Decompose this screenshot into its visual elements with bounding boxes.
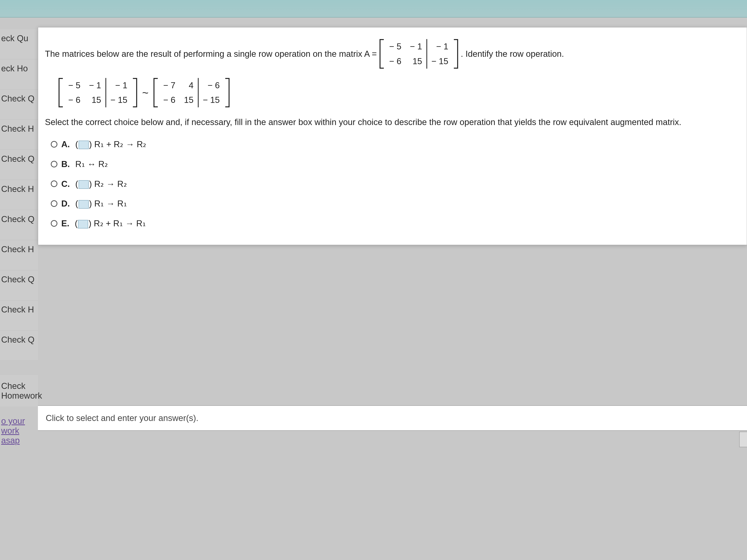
paren: ( <box>75 139 78 149</box>
choice-letter: C. <box>61 178 70 190</box>
choice-text: () R₂ + R₁ → R₁ <box>75 217 146 230</box>
sidebar-item[interactable]: Check Q <box>0 210 38 240</box>
matrix-cell: − 15 <box>198 92 224 107</box>
next-arrow-button[interactable] <box>739 432 747 447</box>
matrix-cell: − 5 <box>385 39 406 54</box>
choice-text: R₁ ↔ R₂ <box>75 158 108 170</box>
matrix-left: − 5 − 1 − 1 − 6 15 − 15 <box>58 78 137 108</box>
paren: ( <box>75 218 78 228</box>
choice-A[interactable]: A. () R₁ + R₂ → R₂ <box>51 138 740 151</box>
top-toolbar <box>0 0 747 18</box>
sidebar-item[interactable]: eck Qu <box>0 29 38 59</box>
sidebar-link[interactable]: o your work asap <box>0 406 38 445</box>
matrix-cell: 15 <box>85 92 106 107</box>
sidebar-item[interactable]: Check Q <box>0 270 38 300</box>
radio-icon[interactable] <box>51 181 57 187</box>
choice-letter: B. <box>61 158 70 170</box>
answer-choices: A. () R₁ + R₂ → R₂ B. R₁ ↔ R₂ C. () R₂ →… <box>51 138 740 230</box>
choice-letter: E. <box>61 217 70 230</box>
sidebar-item[interactable]: Check H <box>0 300 38 330</box>
matrix-cell: − 15 <box>427 54 453 69</box>
matrix-cell: − 1 <box>85 78 106 93</box>
matrix-cell: − 1 <box>406 39 427 54</box>
matrix-cell: − 6 <box>198 78 224 93</box>
choice-text: () R₂ → R₂ <box>75 178 127 190</box>
question-intro-a: The matrices below are the result of per… <box>45 48 377 60</box>
matrix-cell: 15 <box>180 92 198 107</box>
radio-icon[interactable] <box>51 161 57 167</box>
answer-box[interactable] <box>78 220 88 229</box>
sidebar-item[interactable]: Check H <box>0 119 38 150</box>
choice-E[interactable]: E. () R₂ + R₁ → R₁ <box>51 217 740 230</box>
paren: ( <box>75 179 78 189</box>
formula: ) R₁ → R₁ <box>89 199 127 208</box>
radio-icon[interactable] <box>51 220 57 227</box>
answer-box[interactable] <box>79 200 89 209</box>
sidebar-homework[interactable]: Check Homework <box>0 374 38 406</box>
matrix-cell: − 5 <box>64 78 85 93</box>
matrix-cell: − 1 <box>427 39 453 54</box>
formula: ) R₂ → R₂ <box>89 179 127 189</box>
radio-icon[interactable] <box>51 141 57 148</box>
footer-prompt[interactable]: Click to select and enter your answer(s)… <box>38 405 747 431</box>
choice-text: () R₁ → R₁ <box>75 197 127 210</box>
formula: ) R₂ + R₁ → R₁ <box>88 218 146 228</box>
matrix-cell: 15 <box>406 54 427 69</box>
choice-D[interactable]: D. () R₁ → R₁ <box>51 197 740 210</box>
matrix-cell: − 6 <box>159 92 180 107</box>
sidebar-item[interactable]: eck Ho <box>0 59 38 89</box>
sidebar-item[interactable]: Check Q <box>0 89 38 119</box>
choice-letter: D. <box>61 197 70 210</box>
sidebar-item[interactable]: Check Q <box>0 330 38 361</box>
matrix-cell: − 6 <box>385 54 406 69</box>
matrix-cell: − 15 <box>106 92 132 107</box>
sidebar: eck Qu eck Ho Check Q Check H Check Q Ch… <box>0 29 38 445</box>
answer-box[interactable] <box>79 140 89 149</box>
matrix-cell: 4 <box>180 78 198 93</box>
choice-letter: A. <box>61 138 70 151</box>
instruction-text: Select the correct choice below and, if … <box>45 116 740 128</box>
choice-C[interactable]: C. () R₂ → R₂ <box>51 178 740 190</box>
choice-B[interactable]: B. R₁ ↔ R₂ <box>51 158 740 170</box>
sidebar-item[interactable]: Check H <box>0 240 38 270</box>
paren: ( <box>75 199 78 208</box>
radio-icon[interactable] <box>51 200 57 207</box>
sidebar-item[interactable]: Check H <box>0 180 38 210</box>
question-panel: The matrices below are the result of per… <box>38 27 747 245</box>
answer-box[interactable] <box>79 180 89 189</box>
matrix-cell: − 7 <box>159 78 180 93</box>
formula: ) R₁ + R₂ → R₂ <box>89 139 147 149</box>
matrix-A: − 5 − 1 − 1 − 6 15 − 15 <box>380 39 458 69</box>
choice-text: () R₁ + R₂ → R₂ <box>75 138 146 151</box>
question-intro-b: . Identify the row operation. <box>461 48 564 60</box>
matrix-right: − 7 4 − 6 − 6 15 − 15 <box>153 78 229 108</box>
tilde-symbol: ~ <box>141 85 150 101</box>
sidebar-item[interactable]: Check Q <box>0 150 38 180</box>
matrix-cell: − 6 <box>64 92 85 107</box>
matrix-cell: − 1 <box>106 78 132 93</box>
